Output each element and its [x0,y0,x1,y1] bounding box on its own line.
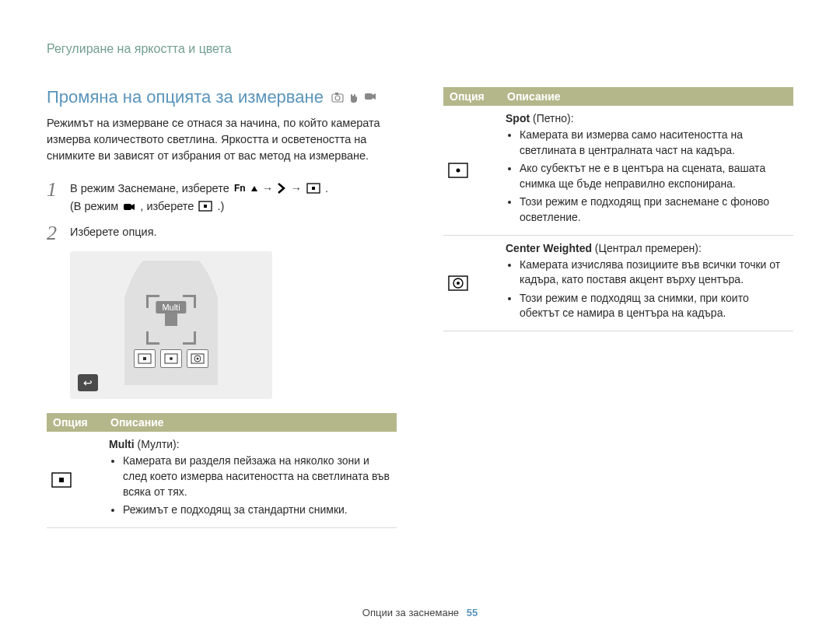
metering-center-thumb [187,349,208,368]
video-mode-icon [123,202,135,212]
chevron-right-icon [278,183,285,194]
metering-multi-thumb [134,349,156,368]
bullet: Камерата ви разделя пейзажа на няколко з… [123,454,392,499]
right-column: Опция Описание Spot (Петно): Камерата ви… [443,87,793,536]
step-number: 1 [47,180,61,215]
option-translation: (Централ премерен): [592,242,702,254]
back-icon: ↩ [78,374,98,391]
step-number: 2 [47,223,61,243]
option-icon-multi [47,432,104,527]
svg-point-13 [170,357,173,360]
step1-arrow2: → [290,182,305,194]
footer-section: Опции за заснемане [362,607,459,618]
options-table-right: Опция Описание Spot (Петно): Камерата ви… [443,87,793,331]
step1-suffix: . [325,182,328,194]
bullet: Режимът е подходящ за стандартни снимки. [123,503,392,518]
camera-icon [331,92,344,103]
svg-rect-7 [124,204,131,210]
camera-screen-figure: Multi ↩ [70,251,272,399]
two-column-layout: Промяна на опцията за измерване Режимът … [47,87,793,536]
step1-prefix: В режим Заснемане, изберете [70,182,233,194]
table-row-spot: Spot (Петно): Камерата ви измерва само н… [443,106,793,235]
svg-point-23 [457,282,460,285]
hand-icon [348,92,359,103]
step1-line2-prefix: (В режим [70,200,121,212]
page-footer: Опции за заснемане 55 [0,607,840,618]
breadcrumb: Регулиране на яркостта и цвета [47,42,793,56]
mode-icons [331,92,376,103]
page-number: 55 [467,607,478,618]
bullet: Ако субектът не е в центъра на сцената, … [520,161,789,191]
option-icon-center [443,235,501,331]
step1-arrow1: → [262,182,277,194]
svg-rect-18 [59,478,64,482]
option-desc-center: Center Weighted (Централ премерен): Каме… [501,235,793,331]
step-1-text: В режим Заснемане, изберете Fn → → . [70,180,328,215]
option-name: Center Weighted [506,242,592,254]
step-2-text: Изберете опция. [70,223,157,243]
bullet: Камерата ви измерва само наситеността на… [520,128,789,158]
focus-brackets [146,295,196,345]
option-translation: (Мулти): [135,438,180,450]
svg-rect-11 [143,357,146,360]
option-name: Multi [109,438,135,450]
step1-line2-suffix: .) [217,200,224,212]
svg-rect-6 [312,187,315,190]
fn-up-icon: Fn [234,183,257,194]
bullet: Камерата изчислява позициите във всички … [520,257,789,288]
col-header-option: Опция [443,87,501,106]
option-icon-spot [443,106,501,235]
table-row-center: Center Weighted (Централ премерен): Каме… [443,235,793,331]
svg-point-1 [335,96,340,100]
svg-text:Fn: Fn [234,183,246,194]
option-translation: (Петно): [530,112,573,124]
video-icon [364,92,376,103]
metering-spot-thumb [160,349,182,368]
options-table-left: Опция Описание Multi (Мулти): Камерата в… [47,413,397,527]
metering-multi-icon-2 [198,201,212,212]
steps-list: 1 В режим Заснемане, изберете Fn → → [47,180,397,243]
col-header-description: Описание [104,413,397,432]
svg-point-16 [197,358,199,360]
section-title-text: Промяна на опцията за измерване [47,87,324,107]
svg-point-20 [457,168,460,172]
option-desc-spot: Spot (Петно): Камерата ви измерва само н… [501,106,793,235]
step1-line2-mid: , изберете [140,200,197,212]
svg-rect-3 [365,93,373,100]
svg-rect-9 [204,205,207,208]
section-title: Промяна на опцията за измерване [47,87,397,107]
step-2: 2 Изберете опция. [47,223,397,243]
intro-text: Режимът на измерване се отнася за начина… [47,115,397,164]
col-header-description: Описание [501,87,793,106]
metering-mode-strip [134,349,208,368]
col-header-option: Опция [47,413,104,432]
manual-page: Регулиране на яркостта и цвета Промяна н… [0,0,840,634]
bullet: Този режим е подходящ при заснемане с фо… [520,194,789,225]
option-name: Spot [506,112,530,124]
svg-rect-2 [335,93,338,95]
table-row-multi: Multi (Мулти): Камерата ви разделя пейза… [47,432,397,527]
option-desc-multi: Multi (Мулти): Камерата ви разделя пейза… [104,432,397,527]
left-column: Промяна на опцията за измерване Режимът … [47,87,397,536]
metering-multi-icon [306,183,320,194]
bullet: Този режим е подходящ за снимки, при кои… [520,291,789,321]
step-1: 1 В режим Заснемане, изберете Fn → → [47,180,397,215]
